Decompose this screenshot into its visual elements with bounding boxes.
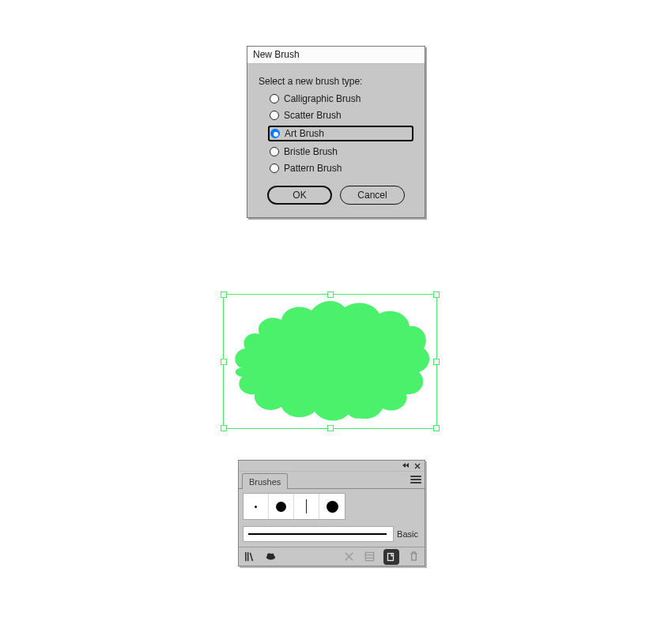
brush-type-radio-group: Calligraphic Brush Scatter Brush Art Bru… [259,92,413,175]
radio-scatter-brush[interactable]: Scatter Brush [268,109,413,122]
tab-brushes[interactable]: Brushes [242,473,288,489]
radio-icon [270,111,279,120]
radio-label: Calligraphic Brush [284,93,361,104]
panel-menu-icon[interactable] [410,475,421,483]
panel-tabs: Brushes [239,472,425,489]
panel-footer [239,547,425,566]
stroke-options-icon [363,551,376,563]
svg-point-2 [270,553,274,557]
panel-topstrip [239,461,425,472]
radio-label: Bristle Brush [284,146,338,157]
button-label: OK [293,190,306,201]
radio-label: Scatter Brush [284,110,342,121]
dialog-titlebar[interactable]: New Brush [247,47,425,64]
radio-art-brush[interactable]: Art Brush [268,126,413,141]
brush-swatch-flat[interactable] [294,494,319,519]
radio-bristle-brush[interactable]: Bristle Brush [268,145,413,158]
resize-handle-bottom-right[interactable] [433,425,440,431]
panel-body: Basic [239,489,425,547]
dialog-title: New Brush [253,49,300,60]
radio-icon [270,164,279,173]
stroke-label: Basic [393,526,421,542]
stroke-preview-icon [248,533,387,535]
brush-swatch-large-round[interactable] [319,494,345,519]
radio-pattern-brush[interactable]: Pattern Brush [268,162,413,175]
ok-button[interactable]: OK [267,186,332,205]
radio-label: Pattern Brush [284,163,342,174]
brush-swatch-tiny-round[interactable] [244,494,269,519]
close-panel-icon[interactable] [414,463,421,469]
delete-brush-icon [407,551,420,563]
cancel-button[interactable]: Cancel [340,186,405,205]
radio-icon [270,94,279,103]
dialog-body: Select a new brush type: Calligraphic Br… [247,64,425,217]
brush-basic-stroke[interactable]: Basic [243,526,421,542]
button-label: Cancel [357,190,387,201]
brushes-panel: Brushes Basic [238,460,425,566]
brush-swatch-row [243,493,345,520]
vertical-line-icon [306,499,307,514]
radio-calligraphic-brush[interactable]: Calligraphic Brush [268,92,413,105]
libraries-cloud-icon[interactable] [264,551,277,563]
new-brush-dialog: New Brush Select a new brush type: Calli… [247,46,425,218]
resize-handle-mid-right[interactable] [433,359,440,365]
tab-label: Brushes [249,477,281,487]
radio-icon [270,147,279,156]
remove-stroke-icon [342,551,355,563]
dialog-prompt: Select a new brush type: [259,76,413,87]
radio-label: Art Brush [285,128,324,139]
circle-icon [276,502,286,512]
resize-handle-top-right[interactable] [433,292,440,298]
tiny-dot-icon [255,506,257,508]
canvas-selection[interactable] [221,292,439,431]
brush-libraries-icon[interactable] [244,551,256,563]
svg-rect-3 [365,552,373,560]
brush-swatch-medium-round[interactable] [269,494,294,519]
collapse-panel-icon[interactable] [402,463,409,468]
radio-icon [270,129,280,138]
dialog-button-row: OK Cancel [259,186,413,205]
circle-icon [327,501,338,513]
svg-rect-4 [388,553,394,560]
brush-shape-artwork[interactable] [226,293,433,427]
new-brush-icon[interactable] [383,549,399,565]
